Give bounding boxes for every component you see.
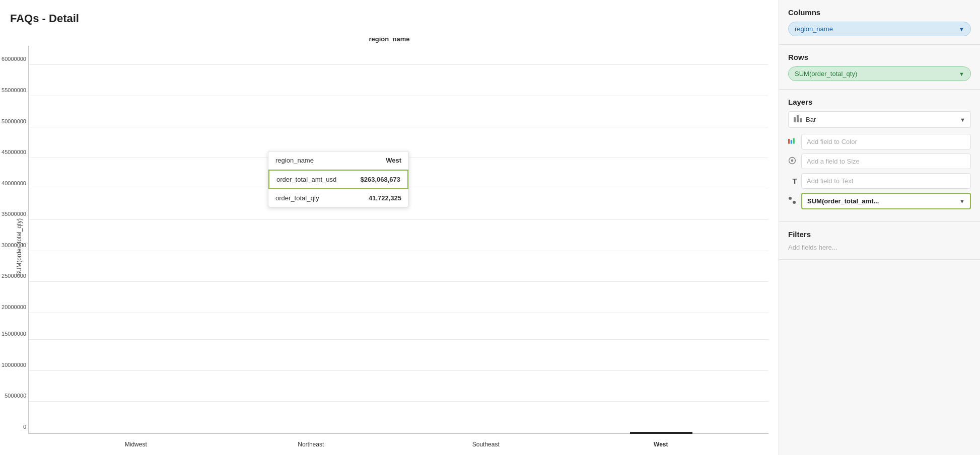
y-tick-label: 20000000 bbox=[2, 304, 26, 310]
layer-type-label: Bar bbox=[806, 116, 816, 123]
layer-type-chevron-icon: ▼ bbox=[960, 117, 965, 123]
rows-field-pill[interactable]: SUM(order_total_qty) ▼ bbox=[788, 66, 971, 81]
columns-chevron-icon: ▼ bbox=[959, 26, 964, 32]
detail-field-label: SUM(order_total_amt... bbox=[807, 197, 879, 205]
text-field-row: T Add field to Text bbox=[788, 173, 971, 189]
y-tick-label: 0 bbox=[23, 424, 26, 430]
rows-section: Rows SUM(order_total_qty) ▼ bbox=[779, 45, 980, 90]
layers-title: Layers bbox=[788, 98, 971, 106]
svg-point-9 bbox=[793, 201, 796, 204]
columns-field-label: region_name bbox=[795, 25, 833, 33]
detail-field-chevron-icon: ▼ bbox=[959, 198, 965, 204]
tooltip-row: order_total_amt_usd$263,068,673 bbox=[268, 170, 408, 189]
y-tick-label: 50000000 bbox=[2, 118, 26, 124]
color-placeholder: Add field to Color bbox=[807, 138, 857, 145]
x-axis-label-southeast: Southeast bbox=[456, 441, 516, 448]
x-axis-label-west: West bbox=[631, 441, 691, 448]
text-field-input[interactable]: Add field to Text bbox=[801, 173, 971, 189]
rows-field-label: SUM(order_total_qty) bbox=[795, 70, 857, 78]
tooltip-row-key: order_total_amt_usd bbox=[276, 176, 336, 183]
chart-tooltip: region_name West order_total_amt_usd$263… bbox=[268, 151, 409, 207]
y-tick-label: 35000000 bbox=[2, 211, 26, 217]
filters-placeholder: Add fields here... bbox=[788, 244, 971, 251]
columns-section: Columns region_name ▼ bbox=[779, 0, 980, 45]
svg-rect-4 bbox=[791, 140, 792, 143]
y-tick-label: 10000000 bbox=[2, 362, 26, 368]
color-icon bbox=[788, 137, 801, 146]
chart-area: FAQs - Detail region_name SUM(order_tota… bbox=[0, 0, 779, 455]
rows-chevron-icon: ▼ bbox=[959, 71, 964, 77]
columns-field-pill[interactable]: region_name ▼ bbox=[788, 22, 971, 36]
tooltip-row-val: $263,068,673 bbox=[361, 176, 401, 183]
svg-rect-3 bbox=[788, 139, 790, 144]
y-tick-label: 5000000 bbox=[5, 393, 26, 399]
detail-field-input[interactable]: SUM(order_total_amt... ▼ bbox=[801, 193, 971, 209]
y-tick-label: 30000000 bbox=[2, 242, 26, 248]
detail-icon bbox=[788, 196, 801, 206]
svg-point-8 bbox=[789, 197, 792, 200]
chart-container: region_name SUM(order_total_qty) 6000000… bbox=[10, 35, 768, 448]
x-axis-label: region_name bbox=[10, 35, 768, 43]
filters-section: Filters Add fields here... bbox=[779, 222, 980, 260]
tooltip-row-val: 41,722,325 bbox=[369, 194, 401, 202]
y-tick-label: 25000000 bbox=[2, 273, 26, 279]
y-tick-label: 45000000 bbox=[2, 149, 26, 155]
color-field-input[interactable]: Add field to Color bbox=[801, 134, 971, 149]
layers-section: Layers Bar ▼ bbox=[779, 90, 980, 222]
text-icon: T bbox=[788, 177, 801, 185]
layer-type-selector[interactable]: Bar ▼ bbox=[788, 111, 971, 128]
tooltip-row-key: order_total_qty bbox=[275, 194, 319, 202]
svg-rect-2 bbox=[800, 118, 802, 122]
y-tick-label: 40000000 bbox=[2, 180, 26, 186]
size-icon bbox=[788, 157, 801, 166]
bar-chart-icon bbox=[794, 115, 802, 124]
size-field-row: Add a field to Size bbox=[788, 154, 971, 169]
tooltip-header-val: West bbox=[386, 157, 401, 164]
y-tick-label: 15000000 bbox=[2, 331, 26, 337]
rows-title: Rows bbox=[788, 53, 971, 61]
svg-rect-1 bbox=[797, 115, 799, 122]
tooltip-header: region_name West bbox=[268, 151, 408, 170]
columns-title: Columns bbox=[788, 8, 971, 17]
svg-point-7 bbox=[791, 160, 794, 162]
color-field-row: Add field to Color bbox=[788, 134, 971, 149]
filters-title: Filters bbox=[788, 230, 971, 239]
svg-rect-5 bbox=[793, 138, 795, 143]
detail-field-row: SUM(order_total_amt... ▼ bbox=[788, 193, 971, 209]
tooltip-row: order_total_qty41,722,325 bbox=[268, 189, 408, 207]
chart-plot: 6000000055000000500000004500000040000000… bbox=[28, 46, 768, 448]
size-field-input[interactable]: Add a field to Size bbox=[801, 154, 971, 169]
tooltip-header-key: region_name bbox=[275, 157, 314, 164]
right-panel: Columns region_name ▼ Rows SUM(order_tot… bbox=[779, 0, 980, 455]
x-axis-label-northeast: Northeast bbox=[281, 441, 341, 448]
size-placeholder: Add a field to Size bbox=[807, 158, 860, 165]
text-placeholder: Add field to Text bbox=[807, 177, 853, 185]
y-tick-label: 60000000 bbox=[2, 56, 26, 62]
svg-rect-0 bbox=[794, 117, 796, 122]
x-axis-label-midwest: Midwest bbox=[106, 441, 166, 448]
page-title: FAQs - Detail bbox=[10, 12, 768, 25]
grid-and-bars: 6000000055000000500000004500000040000000… bbox=[28, 46, 768, 434]
y-tick-label: 55000000 bbox=[2, 87, 26, 93]
